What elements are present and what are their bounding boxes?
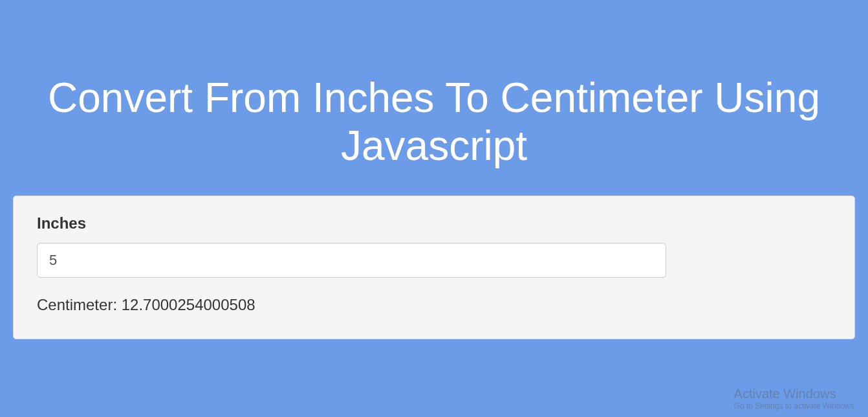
converter-card: Inches Centimeter: 12.7000254000508: [13, 196, 855, 339]
page-title: Convert From Inches To Centimeter Using …: [0, 0, 868, 196]
centimeter-result: Centimeter: 12.7000254000508: [37, 296, 831, 314]
windows-activation-watermark: Activate Windows Go to Settings to activ…: [734, 387, 856, 411]
inches-input[interactable]: [37, 243, 666, 278]
inches-label: Inches: [37, 214, 831, 232]
watermark-title: Activate Windows: [734, 387, 856, 401]
watermark-subtitle: Go to Settings to activate Windows.: [734, 401, 856, 411]
